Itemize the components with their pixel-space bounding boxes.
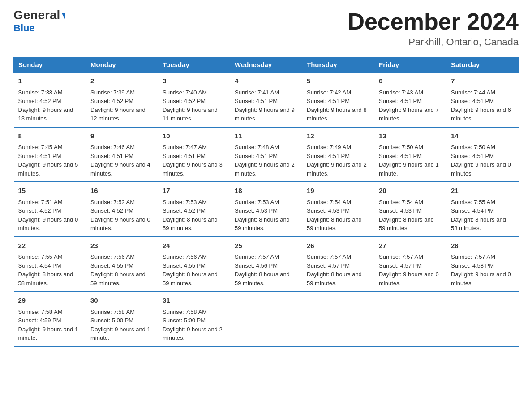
calendar-cell: 26Sunrise: 7:57 AMSunset: 4:57 PMDayligh… [302, 237, 374, 292]
calendar-week-3: 15Sunrise: 7:51 AMSunset: 4:52 PMDayligh… [14, 182, 519, 237]
calendar-cell: 5Sunrise: 7:42 AMSunset: 4:51 PMDaylight… [302, 73, 374, 127]
header-saturday: Saturday [446, 57, 519, 73]
day-number: 17 [163, 186, 225, 196]
day-detail: Sunrise: 7:57 AMSunset: 4:57 PMDaylight:… [379, 253, 442, 287]
header-sunday: Sunday [14, 57, 86, 73]
day-detail: Sunrise: 7:58 AMSunset: 5:00 PMDaylight:… [163, 308, 225, 342]
day-number: 11 [235, 131, 297, 141]
day-number: 18 [235, 186, 297, 196]
day-number: 4 [235, 76, 297, 86]
day-detail: Sunrise: 7:48 AMSunset: 4:51 PMDaylight:… [235, 143, 297, 178]
day-number: 6 [379, 76, 442, 86]
calendar-header-row: Sunday Monday Tuesday Wednesday Thursday… [14, 57, 519, 73]
day-number: 16 [90, 186, 153, 196]
calendar-cell: 8Sunrise: 7:45 AMSunset: 4:51 PMDaylight… [14, 127, 86, 182]
calendar-cell: 6Sunrise: 7:43 AMSunset: 4:51 PMDaylight… [374, 73, 446, 127]
day-number: 24 [163, 241, 225, 251]
calendar-cell: 24Sunrise: 7:56 AMSunset: 4:55 PMDayligh… [158, 237, 230, 292]
calendar-cell: 14Sunrise: 7:50 AMSunset: 4:51 PMDayligh… [446, 127, 519, 182]
day-detail: Sunrise: 7:44 AMSunset: 4:51 PMDaylight:… [451, 88, 514, 123]
calendar-cell: 27Sunrise: 7:57 AMSunset: 4:57 PMDayligh… [374, 237, 446, 292]
day-detail: Sunrise: 7:40 AMSunset: 4:52 PMDaylight:… [163, 88, 225, 123]
calendar-table: Sunday Monday Tuesday Wednesday Thursday… [13, 57, 519, 347]
day-number: 20 [379, 186, 442, 196]
calendar-cell: 23Sunrise: 7:56 AMSunset: 4:55 PMDayligh… [86, 237, 158, 292]
day-detail: Sunrise: 7:47 AMSunset: 4:51 PMDaylight:… [163, 143, 225, 178]
day-detail: Sunrise: 7:57 AMSunset: 4:57 PMDaylight:… [307, 253, 369, 287]
calendar-cell: 3Sunrise: 7:40 AMSunset: 4:52 PMDaylight… [158, 73, 230, 127]
calendar-cell [230, 291, 302, 347]
day-number: 10 [163, 131, 225, 141]
header-monday: Monday [86, 57, 158, 73]
day-number: 13 [379, 131, 442, 141]
header-wednesday: Wednesday [230, 57, 302, 73]
day-number: 30 [90, 295, 153, 306]
calendar-cell: 22Sunrise: 7:55 AMSunset: 4:54 PMDayligh… [14, 237, 86, 292]
calendar-cell: 20Sunrise: 7:54 AMSunset: 4:53 PMDayligh… [374, 182, 446, 237]
calendar-cell: 4Sunrise: 7:41 AMSunset: 4:51 PMDaylight… [230, 73, 302, 127]
day-detail: Sunrise: 7:46 AMSunset: 4:51 PMDaylight:… [90, 143, 153, 178]
calendar-cell: 28Sunrise: 7:57 AMSunset: 4:58 PMDayligh… [446, 237, 519, 292]
day-detail: Sunrise: 7:56 AMSunset: 4:55 PMDaylight:… [163, 253, 225, 287]
day-number: 28 [451, 241, 514, 251]
calendar-cell: 2Sunrise: 7:39 AMSunset: 4:52 PMDaylight… [86, 73, 158, 127]
calendar-week-2: 8Sunrise: 7:45 AMSunset: 4:51 PMDaylight… [14, 127, 519, 182]
day-detail: Sunrise: 7:43 AMSunset: 4:51 PMDaylight:… [379, 88, 442, 123]
month-title: December 2024 [348, 9, 519, 34]
calendar-cell: 29Sunrise: 7:58 AMSunset: 4:59 PMDayligh… [14, 291, 86, 347]
calendar-cell: 10Sunrise: 7:47 AMSunset: 4:51 PMDayligh… [158, 127, 230, 182]
day-number: 3 [163, 76, 225, 86]
day-detail: Sunrise: 7:51 AMSunset: 4:52 PMDaylight:… [18, 198, 82, 233]
title-block: December 2024 Parkhill, Ontario, Canada [348, 9, 519, 48]
day-detail: Sunrise: 7:38 AMSunset: 4:52 PMDaylight:… [18, 88, 82, 123]
header-tuesday: Tuesday [158, 57, 230, 73]
calendar-cell: 11Sunrise: 7:48 AMSunset: 4:51 PMDayligh… [230, 127, 302, 182]
day-detail: Sunrise: 7:49 AMSunset: 4:51 PMDaylight:… [307, 143, 369, 178]
day-number: 9 [90, 131, 153, 141]
calendar-cell: 30Sunrise: 7:58 AMSunset: 5:00 PMDayligh… [86, 291, 158, 347]
day-detail: Sunrise: 7:41 AMSunset: 4:51 PMDaylight:… [235, 88, 297, 123]
day-number: 15 [18, 186, 82, 196]
calendar-week-5: 29Sunrise: 7:58 AMSunset: 4:59 PMDayligh… [14, 291, 519, 347]
page-header: General Blue December 2024 Parkhill, Ont… [13, 9, 519, 48]
calendar-cell: 1Sunrise: 7:38 AMSunset: 4:52 PMDaylight… [14, 73, 86, 127]
calendar-cell: 12Sunrise: 7:49 AMSunset: 4:51 PMDayligh… [302, 127, 374, 182]
calendar-cell: 25Sunrise: 7:57 AMSunset: 4:56 PMDayligh… [230, 237, 302, 292]
day-detail: Sunrise: 7:52 AMSunset: 4:52 PMDaylight:… [90, 198, 153, 233]
day-number: 23 [90, 241, 153, 251]
day-number: 29 [18, 295, 82, 306]
day-detail: Sunrise: 7:54 AMSunset: 4:53 PMDaylight:… [307, 198, 369, 233]
day-detail: Sunrise: 7:53 AMSunset: 4:53 PMDaylight:… [235, 198, 297, 233]
day-number: 1 [18, 76, 82, 86]
day-detail: Sunrise: 7:54 AMSunset: 4:53 PMDaylight:… [379, 198, 442, 233]
day-number: 14 [451, 131, 514, 141]
day-number: 8 [18, 131, 82, 141]
calendar-cell: 15Sunrise: 7:51 AMSunset: 4:52 PMDayligh… [14, 182, 86, 237]
day-detail: Sunrise: 7:39 AMSunset: 4:52 PMDaylight:… [90, 88, 153, 123]
day-number: 19 [307, 186, 369, 196]
calendar-week-4: 22Sunrise: 7:55 AMSunset: 4:54 PMDayligh… [14, 237, 519, 292]
day-number: 22 [18, 241, 82, 251]
calendar-cell [374, 291, 446, 347]
day-number: 27 [379, 241, 442, 251]
day-detail: Sunrise: 7:58 AMSunset: 4:59 PMDaylight:… [18, 308, 82, 342]
day-detail: Sunrise: 7:45 AMSunset: 4:51 PMDaylight:… [18, 143, 82, 178]
calendar-cell: 18Sunrise: 7:53 AMSunset: 4:53 PMDayligh… [230, 182, 302, 237]
header-thursday: Thursday [302, 57, 374, 73]
calendar-cell: 13Sunrise: 7:50 AMSunset: 4:51 PMDayligh… [374, 127, 446, 182]
calendar-cell: 9Sunrise: 7:46 AMSunset: 4:51 PMDaylight… [86, 127, 158, 182]
day-number: 7 [451, 76, 514, 86]
day-detail: Sunrise: 7:53 AMSunset: 4:52 PMDaylight:… [163, 198, 225, 233]
day-detail: Sunrise: 7:58 AMSunset: 5:00 PMDaylight:… [90, 308, 153, 342]
location-title: Parkhill, Ontario, Canada [348, 36, 519, 48]
day-detail: Sunrise: 7:42 AMSunset: 4:51 PMDaylight:… [307, 88, 369, 123]
calendar-cell: 16Sunrise: 7:52 AMSunset: 4:52 PMDayligh… [86, 182, 158, 237]
day-number: 21 [451, 186, 514, 196]
day-number: 5 [307, 76, 369, 86]
day-detail: Sunrise: 7:55 AMSunset: 4:54 PMDaylight:… [18, 253, 82, 287]
day-number: 12 [307, 131, 369, 141]
day-number: 2 [90, 76, 153, 86]
calendar-cell: 31Sunrise: 7:58 AMSunset: 5:00 PMDayligh… [158, 291, 230, 347]
day-detail: Sunrise: 7:50 AMSunset: 4:51 PMDaylight:… [451, 143, 514, 178]
logo-general: General [13, 9, 65, 21]
